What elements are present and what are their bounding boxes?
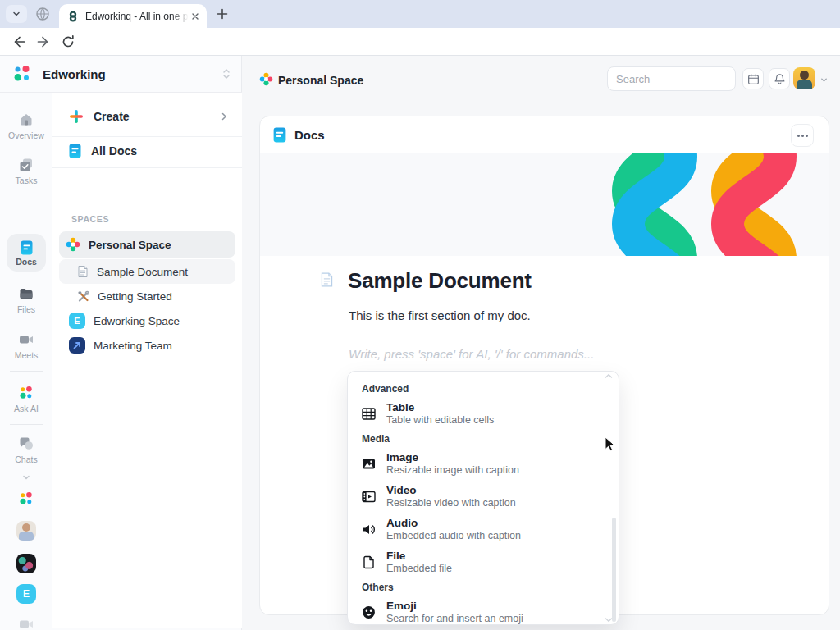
menu-item-table[interactable]: Table Table with editable cells	[362, 397, 619, 430]
table-icon	[362, 407, 376, 421]
doc-cover-banner	[260, 153, 829, 256]
menu-item-title: Audio	[386, 518, 521, 529]
tasks-icon[interactable]	[19, 158, 34, 172]
reload-button[interactable]	[61, 34, 75, 49]
space-item-edworking-space[interactable]: E Edworking Space	[59, 308, 235, 333]
search-input[interactable]	[607, 66, 736, 91]
member-avatar[interactable]	[16, 554, 36, 573]
all-docs-icon	[69, 144, 81, 158]
bell-icon	[774, 73, 786, 85]
file-icon	[362, 555, 376, 569]
rail-label-ask-ai[interactable]: Ask AI	[0, 404, 52, 413]
globe-icon	[35, 7, 50, 21]
browser-tabstrip: Edworkinq - All in one platfo	[0, 0, 840, 28]
menu-item-image[interactable]: Image Resizable image with caption	[362, 447, 619, 480]
page-icon	[77, 265, 89, 278]
docs-nav-panel: Create All Docs SPACES	[52, 93, 242, 628]
files-icon[interactable]	[19, 286, 34, 301]
chats-icon[interactable]	[19, 436, 34, 451]
doc-label: Sample Document	[97, 266, 188, 278]
menu-item-subtitle: Table with editable cells	[386, 415, 494, 426]
all-docs-item[interactable]: All Docs	[52, 136, 242, 166]
menu-item-subtitle: Resizable image with caption	[386, 465, 519, 476]
user-avatar[interactable]	[793, 67, 815, 89]
space-item-personal-space[interactable]: Personal Space	[59, 231, 235, 258]
doc-item-getting-started[interactable]: Getting Started	[59, 284, 235, 308]
docs-panel-title: Docs	[294, 128, 325, 142]
rail-label-files[interactable]: Files	[0, 304, 52, 314]
create-plus-icon	[69, 109, 84, 124]
doc-label: Getting Started	[98, 290, 172, 303]
icon-rail: Overview Tasks Docs Fi	[0, 93, 52, 630]
overview-icon[interactable]	[19, 112, 34, 127]
avatar-body	[19, 532, 34, 541]
personal-space-icon	[66, 237, 80, 252]
menu-item-file[interactable]: File Embedded file	[362, 546, 619, 578]
docs-icon[interactable]	[21, 240, 33, 255]
rail-label-overview[interactable]: Overview	[0, 130, 52, 140]
back-button[interactable]	[11, 34, 26, 49]
workspace-name: Edworking	[43, 67, 106, 81]
rail-label-chats[interactable]: Chats	[0, 454, 52, 464]
account-chevron-icon[interactable]	[819, 75, 829, 84]
rail-label-docs[interactable]: Docs	[0, 257, 52, 267]
record-camera-icon[interactable]	[19, 617, 34, 630]
avatar-face	[800, 71, 809, 80]
avatar-body	[797, 80, 812, 89]
menu-item-subtitle: Resizable video with caption	[386, 498, 516, 509]
space-item-marketing-team[interactable]: Marketing Team	[59, 333, 235, 358]
site-favicon	[67, 11, 79, 22]
space-label: Marketing Team	[94, 340, 172, 352]
member-avatar[interactable]	[16, 521, 36, 541]
document-paragraph[interactable]: This is the first section of my doc.	[349, 308, 531, 322]
document-title[interactable]: Sample Document	[348, 268, 532, 294]
cover-art-chains	[605, 153, 804, 256]
forward-button[interactable]	[36, 34, 51, 49]
workspace-avatar[interactable]: E	[16, 584, 36, 604]
emoji-icon	[362, 605, 376, 619]
docs-panel-icon	[273, 127, 286, 143]
audio-icon	[362, 523, 376, 536]
rail-divider	[10, 371, 43, 372]
browser-tab[interactable]: Edworkinq - All in one platfo	[59, 4, 207, 28]
menu-item-audio[interactable]: Audio Embedded audio with caption	[362, 513, 619, 546]
rail-label-tasks[interactable]: Tasks	[0, 176, 52, 185]
scroll-up-icon[interactable]	[605, 373, 613, 379]
workspace-dots-icon[interactable]	[19, 491, 34, 506]
rail-more-chevron-icon[interactable]	[21, 472, 31, 482]
scroll-down-icon[interactable]	[605, 617, 613, 623]
menu-item-title: Image	[386, 452, 519, 463]
editor-placeholder[interactable]: Write, press 'space' for AI, '/' for com…	[349, 347, 594, 361]
menu-item-title: Video	[386, 485, 516, 496]
menu-item-subtitle: Embedded file	[386, 564, 452, 574]
chevron-down-icon	[11, 9, 21, 19]
create-button[interactable]: Create	[52, 102, 242, 131]
image-icon	[362, 457, 376, 471]
notifications-button[interactable]	[769, 68, 790, 89]
menu-item-emoji[interactable]: Emoji Search for and insert an emoji	[362, 596, 619, 625]
ask-ai-icon[interactable]	[19, 386, 34, 400]
app-window: Edworking Overview Tasks	[0, 56, 840, 630]
new-tab-button[interactable]	[215, 7, 230, 21]
menu-item-video[interactable]: Video Resizable video with caption	[362, 480, 619, 513]
rail-label-meets[interactable]: Meets	[0, 350, 52, 360]
marketing-team-icon	[69, 337, 85, 354]
create-label: Create	[94, 110, 130, 123]
menu-section-label: Advanced	[362, 383, 619, 395]
workspace-header[interactable]: Edworking	[0, 56, 242, 93]
collapse-sidebar-icon[interactable]	[221, 67, 232, 80]
doc-title-page-icon[interactable]	[320, 272, 334, 288]
menu-scrollbar[interactable]	[612, 518, 616, 622]
calendar-button[interactable]	[742, 68, 764, 89]
doc-item-sample-document[interactable]: Sample Document	[59, 259, 235, 284]
menu-item-title: Emoji	[386, 600, 523, 612]
breadcrumb[interactable]: Personal Space	[278, 74, 363, 87]
edworking-logo-icon	[13, 65, 31, 83]
meets-icon[interactable]	[19, 332, 34, 347]
tab-close-icon[interactable]	[190, 11, 200, 21]
tab-search-button[interactable]	[6, 5, 27, 23]
ellipsis-icon	[797, 135, 800, 137]
chevron-right-icon	[219, 112, 229, 121]
doc-options-button[interactable]	[791, 124, 814, 147]
tools-icon	[77, 290, 89, 303]
